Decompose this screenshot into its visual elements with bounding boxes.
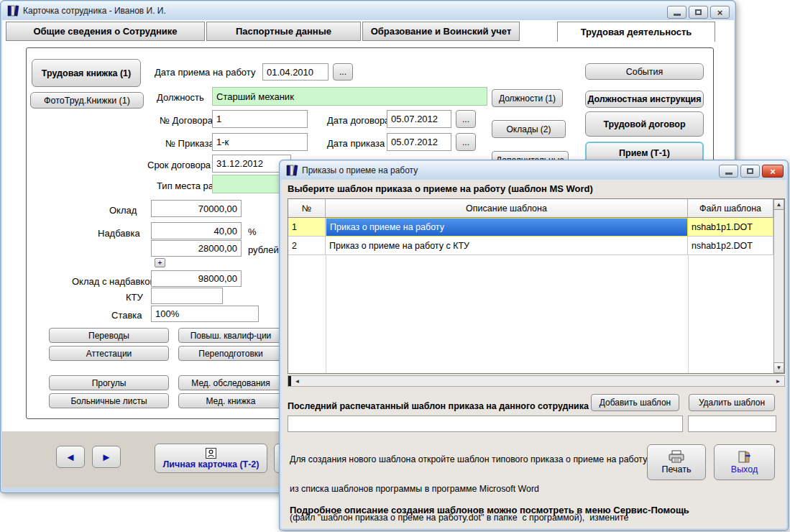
bonus-rub-unit: рублей [248,244,279,255]
exit-button[interactable]: Выход [714,444,775,480]
exit-door-icon [738,451,752,463]
grid-line [688,255,689,373]
next-record-button[interactable]: ► [92,446,121,468]
position-input[interactable]: Старший механик [212,87,487,106]
main-window-title: Карточка сотрудника - Иванов И. И. [23,6,166,16]
attestations-button[interactable]: Аттестации [49,346,169,361]
bonus-rub-input[interactable]: 28000,00 [151,240,242,257]
table-vscrollbar[interactable] [773,199,784,373]
scroll-right-icon[interactable]: ► [773,376,784,386]
rate-input[interactable]: 100% [151,306,259,322]
absences-button[interactable]: Прогулы [49,375,169,390]
med-book-button[interactable]: Мед. книжка [178,393,283,408]
main-titlebar[interactable]: Карточка сотрудника - Иванов И. И. [1,1,735,20]
hscroll-thumb[interactable] [288,376,291,386]
job-description-button[interactable]: Должностная инструкция [585,91,704,108]
retraining-button[interactable]: Переподготовки [178,346,283,361]
tab-education-military[interactable]: Образование и Воинский учет [362,22,520,41]
help-bold-note: Подробное описание создания шаблонов мож… [290,505,689,515]
order-no-input[interactable]: 1-к [212,133,308,151]
last-printed-input[interactable] [288,416,683,432]
row1-description-cell[interactable]: Приказ о приеме на работу [326,218,688,237]
desktop: Карточка сотрудника - Иванов И. И. × Общ… [0,0,790,532]
app-icon [7,5,20,17]
order-date-label: Дата приказа [327,138,385,149]
table-row[interactable]: 2 Приказ о приеме на работу с КТУ nshab1… [288,237,773,255]
contract-no-input[interactable]: 1 [212,110,308,128]
bonus-plus-button[interactable]: + [155,258,165,267]
table-row[interactable]: 1 Приказ о приеме на работу nshab1p1.DOT [288,218,773,237]
bonus-percent-unit: % [248,226,257,237]
dialog-close-icon[interactable]: × [762,165,784,178]
person-icon [206,448,216,459]
contract-date-picker-button[interactable]: ... [456,110,476,128]
hire-date-picker-button[interactable]: ... [333,63,353,81]
column-header-description[interactable]: Описание шаблона [326,199,688,218]
maximize-icon[interactable] [689,6,708,19]
last-printed-label: Последний распечатанный шаблон приказа н… [288,401,589,411]
scroll-down-icon[interactable]: ▼ [773,362,784,373]
close-icon[interactable]: × [710,6,730,19]
labor-contract-button[interactable]: Трудовой договор [585,111,704,137]
tab-general-info[interactable]: Общие сведения о Сотруднике [6,22,205,41]
dialog-title: Приказы о приеме на работу [302,165,418,175]
row2-num-cell[interactable]: 2 [288,237,326,255]
qualification-button[interactable]: Повыш. квалиф-ции [178,328,283,343]
order-no-label: № Приказа [165,138,214,149]
personal-card-button[interactable]: Личная карточка (Т-2) [155,444,267,473]
med-exams-button[interactable]: Мед. обследования [178,375,283,390]
minimize-icon[interactable] [667,6,686,19]
table-hscrollbar[interactable] [288,375,785,387]
row1-file-cell[interactable]: nshab1p1.DOT [688,218,773,237]
work-book-button[interactable]: Трудовая книжка (1) [32,59,141,87]
contract-date-input[interactable]: 05.07.2012 [387,110,451,128]
print-button[interactable]: Печать [647,444,706,480]
dialog-minimize-icon[interactable] [719,165,738,178]
delete-template-button[interactable]: Удалить шаблон [689,394,775,411]
next-arrow-icon: ► [101,451,112,462]
salary-input[interactable]: 70000,00 [151,200,242,217]
sick-leaves-button[interactable]: Больничные листы [49,393,169,408]
bonus-percent-input[interactable]: 40,00 [151,222,242,239]
contract-term-label: Срок договора [147,160,211,170]
hire-date-input[interactable]: 01.04.2010 [262,63,329,81]
bonus-label: Надбавка [98,228,140,239]
order-date-picker-button[interactable]: ... [456,133,476,151]
scroll-up-icon[interactable]: ▲ [773,199,784,210]
ktu-label: КТУ [126,292,143,303]
dialog-maximize-icon[interactable] [740,165,760,178]
row1-num-cell[interactable]: 1 [288,218,326,237]
salary-label: Оклад [109,205,137,216]
ktu-input[interactable] [151,288,223,304]
last-printed-file-input[interactable] [688,416,776,432]
salary-with-bonus-label: Оклад с надбавкой [72,276,155,287]
grid-line [326,255,326,373]
dialog-titlebar[interactable]: Приказы о приеме на работу [280,161,787,180]
column-header-file[interactable]: Файл шаблона [688,199,773,218]
salary-with-bonus-input[interactable]: 98000,00 [151,270,242,287]
tab-passport-data[interactable]: Паспортные данные [206,22,361,41]
add-template-button[interactable]: Добавить шаблон [591,394,679,411]
rate-label: Ставка [111,310,142,321]
printer-icon [668,450,685,463]
contract-date-label: Дата договора [327,115,390,126]
row2-description-cell[interactable]: Приказ о приеме на работу с КТУ [326,237,688,255]
column-header-num[interactable]: № [288,199,326,218]
position-label: Должность [157,92,204,103]
help-text: Для создания нового шаблона откройте шаб… [290,436,649,532]
hire-date-label: Дата приема на работу [155,67,255,78]
positions-button[interactable]: Должности (1) [492,89,563,107]
dialog-header: Выберите шаблон приказа о приеме на рабо… [288,183,593,194]
dialog-app-icon [286,165,299,176]
prev-arrow-icon: ◄ [65,451,76,462]
transfers-button[interactable]: Переводы [49,328,169,343]
scroll-left-icon[interactable]: ◄ [292,376,303,386]
order-date-input[interactable]: 05.07.2012 [387,133,451,151]
photo-work-book-button[interactable]: ФотоТруд.Книжки (1) [30,92,144,109]
prev-record-button[interactable]: ◄ [56,446,85,468]
row2-file-cell[interactable]: nshab1p2.DOT [688,237,773,255]
contract-no-label: № Договора [160,115,213,126]
tab-work-activity[interactable]: Трудовая деятельность [557,22,715,42]
events-button[interactable]: События [585,63,704,80]
salaries-button[interactable]: Оклады (2) [492,120,566,138]
